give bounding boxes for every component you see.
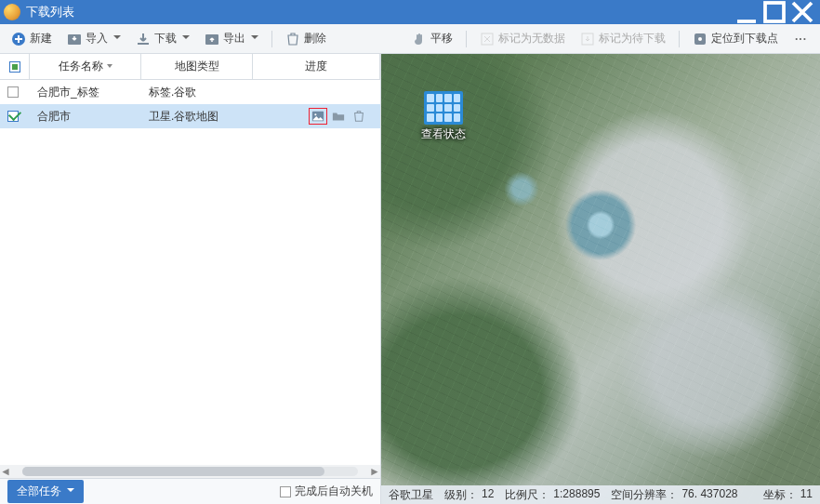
window-title: 下载列表 bbox=[26, 4, 74, 20]
task-name: 合肥市 bbox=[37, 109, 71, 125]
mark-nodata-button[interactable]: 标记为无数据 bbox=[474, 28, 571, 50]
auto-shutdown-checkbox[interactable] bbox=[280, 486, 291, 497]
status-scale: 比例尺：1:288895 bbox=[505, 487, 600, 503]
scroll-left-arrow[interactable]: ◄ bbox=[0, 465, 11, 478]
chevron-down-icon bbox=[67, 488, 74, 496]
toolbar-separator bbox=[679, 31, 680, 47]
minimize-button[interactable] bbox=[733, 2, 760, 22]
task-type: 卫星.谷歌地图 bbox=[149, 109, 218, 125]
svg-point-9 bbox=[314, 113, 316, 115]
chevron-down-icon bbox=[107, 64, 112, 70]
map-status-bar: 谷歌卫星 级别：12 比例尺：1:288895 空间分辨率：76. 437028… bbox=[381, 485, 820, 504]
svg-point-7 bbox=[698, 37, 702, 41]
col-header-type[interactable]: 地图类型 bbox=[175, 59, 219, 74]
locate-icon bbox=[693, 32, 708, 46]
square-down-icon bbox=[580, 32, 595, 46]
preview-image-button[interactable] bbox=[310, 109, 326, 124]
download-button[interactable]: 下载 bbox=[130, 28, 195, 50]
app-logo-icon bbox=[4, 4, 20, 20]
square-no-icon bbox=[480, 32, 495, 46]
task-footer: 全部任务 完成后自动关机 bbox=[0, 478, 380, 504]
chevron-down-icon bbox=[113, 35, 121, 43]
toolbar-separator bbox=[466, 31, 467, 47]
close-button[interactable] bbox=[788, 2, 816, 22]
delete-button[interactable]: 删除 bbox=[280, 28, 332, 50]
svg-rect-0 bbox=[765, 3, 784, 21]
more-button[interactable]: ··· bbox=[787, 33, 814, 46]
horizontal-scrollbar[interactable]: ◄ ► bbox=[0, 465, 380, 478]
col-header-progress[interactable]: 进度 bbox=[305, 59, 327, 74]
maximize-button[interactable] bbox=[760, 2, 788, 22]
auto-shutdown-toggle[interactable]: 完成后自动关机 bbox=[280, 484, 373, 499]
scrollbar-thumb[interactable] bbox=[22, 467, 324, 476]
row-checkbox[interactable] bbox=[7, 111, 19, 122]
task-type: 标签.谷歌 bbox=[149, 85, 196, 100]
export-icon bbox=[205, 32, 219, 46]
new-button[interactable]: 新建 bbox=[6, 28, 58, 50]
import-icon bbox=[67, 32, 82, 46]
tile-grid-icon bbox=[424, 91, 463, 125]
task-list-pane: 任务名称 地图类型 进度 合肥市_标签 标签.谷歌 合肥市 卫星.谷歌地图 bbox=[0, 54, 381, 504]
mark-pending-button[interactable]: 标记为待下载 bbox=[575, 28, 671, 50]
table-row[interactable]: 合肥市_标签 标签.谷歌 bbox=[0, 80, 380, 104]
chevron-down-icon bbox=[182, 35, 190, 43]
row-delete-button[interactable] bbox=[350, 109, 367, 124]
task-name: 合肥市_标签 bbox=[37, 85, 99, 100]
hand-icon bbox=[412, 32, 427, 46]
toolbar: 新建 导入 下载 导出 删除 平移 bbox=[0, 24, 820, 54]
pan-button[interactable]: 平移 bbox=[406, 28, 458, 50]
title-bar: 下载列表 bbox=[0, 0, 820, 24]
map-pane[interactable]: 查看状态 谷歌卫星 级别：12 比例尺：1:288895 空间分辨率：76. 4… bbox=[381, 54, 820, 504]
trash-icon bbox=[285, 32, 300, 46]
download-list-window: 下载列表 新建 导入 下载 导出 删除 bbox=[0, 0, 820, 504]
task-table-header: 任务名称 地图类型 进度 bbox=[0, 54, 380, 80]
import-button[interactable]: 导入 bbox=[61, 28, 126, 50]
col-header-name[interactable]: 任务名称 bbox=[59, 59, 103, 74]
status-source: 谷歌卫星 bbox=[389, 487, 433, 503]
table-row[interactable]: 合肥市 卫星.谷歌地图 bbox=[0, 104, 380, 128]
scroll-right-arrow[interactable]: ► bbox=[369, 465, 380, 478]
view-status-button[interactable]: 查看状态 bbox=[418, 91, 469, 142]
status-level: 级别：12 bbox=[444, 487, 494, 503]
toolbar-separator bbox=[271, 31, 272, 47]
plus-circle-icon bbox=[11, 32, 26, 46]
row-checkbox[interactable] bbox=[7, 86, 19, 98]
locate-button[interactable]: 定位到下载点 bbox=[687, 28, 784, 50]
task-rows: 合肥市_标签 标签.谷歌 合肥市 卫星.谷歌地图 bbox=[0, 80, 380, 465]
select-all-checkbox[interactable] bbox=[9, 61, 20, 73]
status-resolution: 空间分辨率：76. 437028 bbox=[611, 487, 737, 503]
open-folder-button[interactable] bbox=[330, 109, 347, 124]
download-icon bbox=[136, 32, 151, 46]
status-coord: 坐标：11 bbox=[763, 487, 813, 503]
chevron-down-icon bbox=[251, 35, 258, 43]
export-button[interactable]: 导出 bbox=[199, 28, 264, 50]
all-tasks-button[interactable]: 全部任务 bbox=[7, 480, 84, 503]
